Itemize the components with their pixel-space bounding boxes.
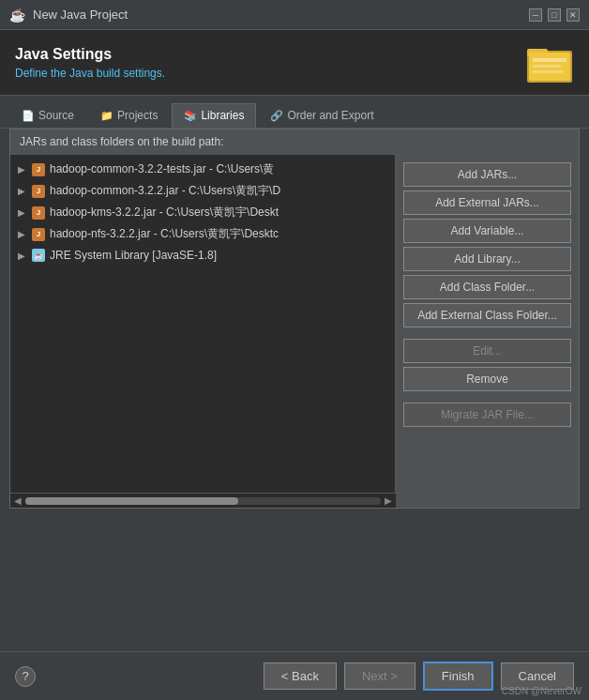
projects-tab-icon: 📁 [100,109,113,122]
libraries-tab-icon: 📚 [184,109,197,122]
svg-rect-3 [533,58,566,62]
item-label: hadoop-nfs-3.2.2.jar - C:\Users\黄凯宇\Desk… [50,226,279,242]
list-item[interactable]: ▶ J hadoop-nfs-3.2.2.jar - C:\Users\黄凯宇\… [10,223,395,245]
jar-icon: J [31,184,46,199]
page-title: Java Settings [15,46,165,63]
app-icon: ☕ [9,8,25,23]
tab-order-label: Order and Export [287,109,373,122]
tab-projects[interactable]: 📁 Projects [88,103,170,128]
header-text: Java Settings Define the Java build sett… [15,46,165,80]
tab-libraries-label: Libraries [201,109,244,122]
item-label: hadoop-kms-3.2.2.jar - C:\Users\黄凯宇\Desk… [50,205,279,221]
scroll-left-arrow[interactable]: ◀ [14,495,22,506]
tab-source-label: Source [38,109,74,122]
jar-icon: J [31,205,46,221]
button-panel: Add JARs... Add External JARs... Add Var… [396,155,579,508]
scrollbar-thumb[interactable] [25,497,238,505]
svg-rect-5 [533,70,563,73]
scroll-right-arrow[interactable]: ▶ [385,495,392,506]
tab-projects-label: Projects [117,109,158,122]
list-item[interactable]: ▶ J hadoop-common-3.2.2.jar - C:\Users\黄… [10,180,395,202]
bottom-left: ? [15,666,36,687]
tree-list[interactable]: ▶ J hadoop-common-3.2.2-tests.jar - C:\U… [10,155,396,493]
finish-button[interactable]: Finish [423,662,493,691]
title-bar-controls: ─ □ ✕ [529,8,580,22]
item-label: hadoop-common-3.2.2.jar - C:\Users\黄凯宇\D [50,183,280,199]
add-class-folder-button[interactable]: Add Class Folder... [403,275,571,299]
header-icon [527,41,574,84]
page-subtitle: Define the Java build settings. [15,67,165,80]
title-bar-left: ☕ New Java Project [9,8,128,23]
remove-button[interactable]: Remove [403,367,571,391]
tab-source[interactable]: 📄 Source [9,103,86,128]
expand-arrow: ▶ [18,251,27,261]
tab-bar: 📄 Source 📁 Projects 📚 Libraries 🔗 Order … [0,96,589,129]
content-panel: JARs and class folders on the build path… [9,129,580,509]
expand-arrow: ▶ [18,207,27,218]
add-external-class-folder-button[interactable]: Add External Class Folder... [403,303,571,327]
tab-order-and-export[interactable]: 🔗 Order and Export [258,103,385,128]
item-label: JRE System Library [JavaSE-1.8] [50,249,217,262]
watermark: CSDN @NeverOW [502,686,581,696]
add-variable-button[interactable]: Add Variable... [403,219,571,243]
help-button[interactable]: ? [15,666,36,687]
horizontal-scrollbar[interactable]: ◀ ▶ [10,493,396,508]
list-item[interactable]: ▶ J hadoop-kms-3.2.2.jar - C:\Users\黄凯宇\… [10,202,395,223]
tree-container: ▶ J hadoop-common-3.2.2-tests.jar - C:\U… [10,155,396,508]
window-title: New Java Project [33,8,128,22]
bottom-bar: ? < Back Next > Finish Cancel [0,651,589,700]
tab-libraries[interactable]: 📚 Libraries [172,103,256,128]
jre-icon: ☕ [31,248,46,263]
svg-rect-4 [533,65,561,68]
panel-header: JARs and class folders on the build path… [10,129,579,155]
edit-button[interactable]: Edit... [403,339,571,363]
back-button[interactable]: < Back [264,662,337,690]
panel-body: ▶ J hadoop-common-3.2.2-tests.jar - C:\U… [10,155,579,508]
add-library-button[interactable]: Add Library... [403,247,571,271]
item-label: hadoop-common-3.2.2-tests.jar - C:\Users… [50,161,274,177]
list-item[interactable]: ▶ ☕ JRE System Library [JavaSE-1.8] [10,245,395,266]
jar-icon: J [31,162,46,177]
header: Java Settings Define the Java build sett… [0,30,589,96]
minimize-button[interactable]: ─ [529,8,542,22]
source-tab-icon: 📄 [22,109,35,122]
order-tab-icon: 🔗 [270,109,283,122]
add-jars-button[interactable]: Add JARs... [403,162,571,187]
list-item[interactable]: ▶ J hadoop-common-3.2.2-tests.jar - C:\U… [10,159,395,180]
scrollbar-track[interactable] [25,497,381,505]
expand-arrow: ▶ [18,164,27,175]
jar-icon: J [31,227,46,242]
next-button[interactable]: Next > [344,662,415,690]
maximize-button[interactable]: □ [548,8,561,22]
expand-arrow: ▶ [18,229,27,239]
title-bar: ☕ New Java Project ─ □ ✕ [0,0,589,30]
migrate-jar-button[interactable]: Migrate JAR File... [403,403,571,427]
add-external-jars-button[interactable]: Add External JARs... [403,190,571,215]
expand-arrow: ▶ [18,186,27,196]
close-button[interactable]: ✕ [566,8,580,22]
